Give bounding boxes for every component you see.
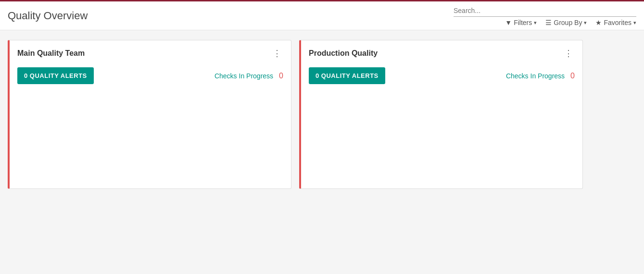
group-by-label: Group By xyxy=(554,19,582,26)
quality-alerts-button[interactable]: 0 QUALITY ALERTS xyxy=(309,67,385,84)
checks-in-progress-link[interactable]: Checks In Progress xyxy=(506,72,565,80)
card-title: Production Quality xyxy=(309,49,378,58)
favorites-chevron-icon: ▾ xyxy=(633,20,636,26)
filters-label: Filters xyxy=(514,19,532,26)
checks-in-progress-count: 0 xyxy=(279,72,283,80)
search-input[interactable] xyxy=(454,5,636,17)
filters-button[interactable]: ▼ Filters ▾ xyxy=(505,19,537,26)
favorites-label: Favorites xyxy=(604,19,631,26)
group-by-button[interactable]: ☰ Group By ▾ xyxy=(545,19,587,26)
group-by-icon: ☰ xyxy=(545,19,552,26)
favorites-button[interactable]: ★ Favorites ▾ xyxy=(595,19,636,26)
card-title: Main Quality Team xyxy=(17,49,85,58)
checks-in-progress-count: 0 xyxy=(570,72,575,80)
group-by-chevron-icon: ▾ xyxy=(584,20,587,26)
favorites-star-icon: ★ xyxy=(595,19,602,26)
kanban-board: Main Quality Team ⋮ 0 QUALITY ALERTS Che… xyxy=(0,30,644,199)
quality-alerts-button[interactable]: 0 QUALITY ALERTS xyxy=(17,67,94,84)
kanban-card-main-quality-team: Main Quality Team ⋮ 0 QUALITY ALERTS Che… xyxy=(8,40,291,189)
checks-in-progress-link[interactable]: Checks In Progress xyxy=(215,72,273,80)
page-title: Quality Overview xyxy=(8,10,88,22)
filter-icon: ▼ xyxy=(505,19,512,26)
filters-chevron-icon: ▾ xyxy=(534,20,537,26)
kanban-card-production-quality: Production Quality ⋮ 0 QUALITY ALERTS Ch… xyxy=(299,40,583,189)
card-menu-button[interactable]: ⋮ xyxy=(271,48,283,59)
card-menu-button[interactable]: ⋮ xyxy=(562,48,575,59)
